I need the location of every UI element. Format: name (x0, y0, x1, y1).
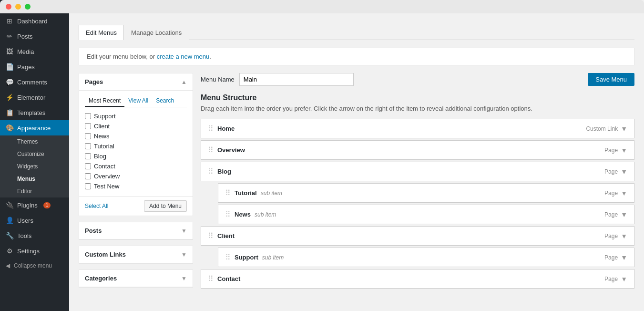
sidebar-item-tools[interactable]: 🔧 Tools (0, 228, 69, 243)
sidebar-item-appearance[interactable]: 🎨 Appearance (0, 120, 69, 135)
categories-panel-title: Categories (85, 275, 117, 282)
custom-links-panel-header[interactable]: Custom Links ▼ (79, 246, 193, 263)
menu-item-sub-label: sub item (261, 190, 282, 197)
menu-name-input[interactable] (239, 73, 354, 86)
sidebar-item-label: Templates (17, 109, 45, 116)
tab-edit-menus[interactable]: Edit Menus (79, 25, 124, 40)
settings-icon: ⚙ (6, 247, 13, 255)
menu-item-expand-icon[interactable]: ▼ (621, 211, 627, 218)
menu-name-label: Menu Name (201, 76, 235, 83)
sidebar-item-label: Plugins (17, 202, 38, 209)
select-all-button[interactable]: Select All (85, 203, 108, 209)
sidebar-item-templates[interactable]: 📋 Templates (0, 105, 69, 120)
menu-item-expand-icon[interactable]: ▼ (621, 275, 627, 283)
sidebar-item-settings[interactable]: ⚙ Settings (0, 243, 69, 259)
plugins-badge: 1 (43, 202, 51, 208)
sidebar-item-label: Posts (17, 33, 33, 40)
drag-handle-icon: ⠿ (208, 274, 214, 283)
page-checkbox-blog[interactable] (85, 153, 91, 159)
menu-item-expand-icon[interactable]: ▼ (621, 189, 627, 197)
categories-panel-arrow: ▼ (181, 275, 187, 282)
minimize-button[interactable] (15, 4, 21, 10)
posts-icon: ✏ (6, 32, 13, 40)
pages-panel-arrow: ▲ (181, 79, 187, 85)
menu-item-blog[interactable]: ⠿ Blog Page ▼ (201, 162, 634, 181)
sidebar-item-users[interactable]: 👤 Users (0, 213, 69, 228)
tab-most-recent[interactable]: Most Recent (85, 95, 124, 107)
page-item-contact: Contact (85, 161, 187, 171)
menu-item-home[interactable]: ⠿ Home Custom Link ▼ (201, 119, 634, 138)
page-checkbox-news[interactable] (85, 133, 91, 139)
create-new-menu-link[interactable]: create a new menu (157, 53, 210, 60)
menu-item-type: Page (604, 233, 618, 239)
add-to-menu-button[interactable]: Add to Menu (144, 200, 187, 212)
pages-panel-body: Most Recent View All Search Support (79, 91, 193, 196)
sidebar-sub-item-menus[interactable]: Menus (6, 173, 69, 185)
menu-item-name: Support (235, 254, 258, 261)
collapse-menu[interactable]: ◀ Collapse menu (0, 259, 69, 273)
categories-panel-header[interactable]: Categories ▼ (79, 270, 193, 287)
appearance-icon: 🎨 (6, 124, 13, 132)
menu-item-sub-label: sub item (262, 254, 284, 261)
pages-checkbox-list: Support Client News (85, 111, 187, 191)
page-checkbox-contact[interactable] (85, 163, 91, 169)
page-checkbox-tutorial[interactable] (85, 143, 91, 149)
sidebar-item-comments[interactable]: 💬 Comments (0, 74, 69, 90)
menu-item-type: Page (604, 254, 618, 261)
menu-item-tutorial[interactable]: ⠿ Tutorial sub item Page ▼ (218, 183, 634, 203)
sidebar-sub-item-customize[interactable]: Customize (6, 148, 69, 160)
sidebar-item-label: Dashboard (17, 18, 48, 25)
page-checkbox-test-new[interactable] (85, 183, 91, 189)
page-label-overview: Overview (94, 173, 120, 180)
page-item-client: Client (85, 121, 187, 131)
menu-item-name: News (235, 211, 251, 218)
menu-item-expand-icon[interactable]: ▼ (621, 254, 627, 261)
drag-handle-icon: ⠿ (225, 188, 231, 197)
page-checkbox-overview[interactable] (85, 173, 91, 179)
save-menu-button[interactable]: Save Menu (588, 73, 634, 86)
close-button[interactable] (6, 4, 11, 10)
menu-item-name: Blog (217, 168, 231, 175)
menu-item-expand-icon[interactable]: ▼ (621, 232, 627, 240)
tab-manage-locations[interactable]: Manage Locations (124, 25, 189, 40)
menu-item-client[interactable]: ⠿ Client Page ▼ (201, 226, 634, 246)
tab-view-all[interactable]: View All (124, 95, 152, 107)
drag-handle-icon: ⠿ (208, 231, 214, 240)
categories-panel: Categories ▼ (79, 270, 193, 288)
menu-item-support[interactable]: ⠿ Support sub item Page ▼ (218, 248, 634, 267)
menu-item-expand-icon[interactable]: ▼ (621, 146, 627, 154)
menu-item-expand-icon[interactable]: ▼ (621, 168, 627, 176)
menu-item-expand-icon[interactable]: ▼ (621, 125, 627, 133)
page-label-support: Support (94, 113, 116, 120)
plugins-icon: 🔌 (6, 201, 13, 209)
menu-item-contact[interactable]: ⠿ Contact Page ▼ (201, 269, 634, 289)
page-checkbox-client[interactable] (85, 123, 91, 129)
sidebar-item-elementor[interactable]: ⚡ Elementor (0, 90, 69, 105)
posts-panel-title: Posts (85, 227, 102, 234)
sidebar-item-posts[interactable]: ✏ Posts (0, 29, 69, 44)
sidebar-sub-item-editor[interactable]: Editor (6, 185, 69, 197)
menu-item-news[interactable]: ⠿ News sub item Page ▼ (218, 205, 634, 224)
drag-handle-icon: ⠿ (225, 253, 231, 262)
sidebar-sub-item-themes[interactable]: Themes (6, 135, 69, 148)
pages-panel-header[interactable]: Pages ▲ (79, 73, 193, 91)
tab-search[interactable]: Search (152, 95, 178, 107)
menu-item-overview[interactable]: ⠿ Overview Page ▼ (201, 140, 634, 160)
sidebar-item-plugins[interactable]: 🔌 Plugins 1 (0, 197, 69, 213)
drag-handle-icon: ⠿ (208, 124, 214, 133)
maximize-button[interactable] (25, 4, 31, 10)
menu-item-name: Home (217, 125, 235, 132)
sidebar-item-pages[interactable]: 📄 Pages (0, 59, 69, 74)
sidebar-sub-item-widgets[interactable]: Widgets (6, 160, 69, 173)
sidebar-item-label: Settings (17, 248, 40, 255)
info-bar: Edit your menu below, or create a new me… (79, 48, 634, 65)
titlebar (0, 0, 644, 13)
posts-panel-header[interactable]: Posts ▼ (79, 222, 193, 239)
sidebar-item-label: Tools (17, 232, 31, 239)
menu-item-type: Page (604, 211, 618, 218)
collapse-label: Collapse menu (14, 262, 52, 269)
page-checkbox-support[interactable] (85, 113, 91, 119)
sidebar-item-label: Users (17, 217, 33, 224)
sidebar-item-dashboard[interactable]: ⊞ Dashboard (0, 13, 69, 29)
sidebar-item-media[interactable]: 🖼 Media (0, 44, 69, 59)
